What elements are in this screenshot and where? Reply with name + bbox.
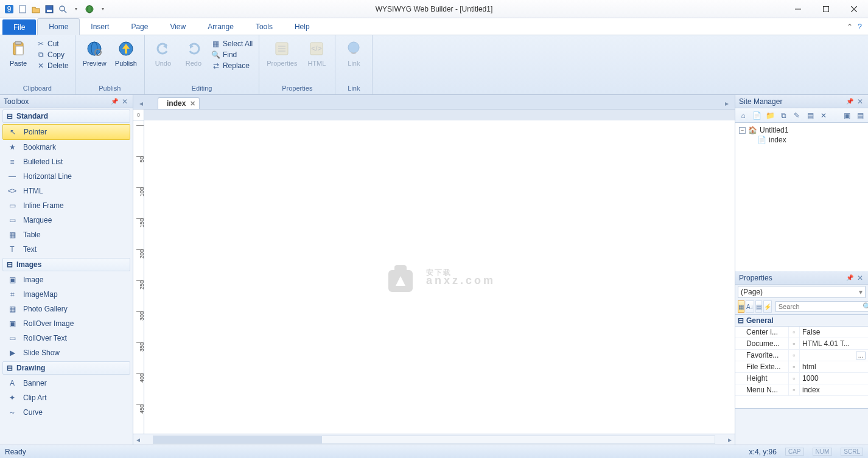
home-icon[interactable]: ⌂ <box>738 110 749 121</box>
categorized-icon[interactable]: ▦ <box>738 300 744 313</box>
canvas[interactable]: 安下载 anxz.com <box>144 120 735 434</box>
browse-button[interactable]: ... <box>856 352 866 359</box>
alphabetical-icon[interactable]: A↓ <box>746 300 754 313</box>
scroll-right-icon[interactable]: ▸ <box>725 435 735 444</box>
events-icon[interactable]: ⚡ <box>763 300 772 313</box>
close-panel-icon[interactable]: ✕ <box>121 97 129 106</box>
move-up-icon[interactable]: ▣ <box>841 110 852 121</box>
publish-button[interactable]: Publish <box>113 38 139 68</box>
prop-row[interactable]: Favorite...▫... <box>735 350 868 361</box>
pin-icon[interactable]: 📌 <box>844 98 856 105</box>
find-button[interactable]: 🔍Find <box>211 50 254 60</box>
properties-search[interactable]: 🔍 <box>775 301 868 312</box>
prop-row[interactable]: Docume...▫HTML 4.01 T... <box>735 338 868 350</box>
ribbon-minimize-icon[interactable]: ⌃ <box>847 23 853 31</box>
edit-icon[interactable]: ✎ <box>791 110 802 121</box>
maximize-button[interactable] <box>812 1 840 18</box>
toolbox-item-curve[interactable]: ～Curve <box>0 405 133 420</box>
pin-icon[interactable]: 📌 <box>108 98 121 105</box>
toolbox-section-standard[interactable]: ⊟Standard <box>2 109 130 123</box>
close-button[interactable] <box>840 1 868 18</box>
tree-page-index[interactable]: 📄 index <box>739 135 864 145</box>
prop-row[interactable]: Menu N...▫index <box>735 384 868 396</box>
tab-page[interactable]: Page <box>120 18 159 35</box>
remove-icon[interactable]: ✕ <box>818 110 829 121</box>
qat-dropdown2-icon[interactable]: ▾ <box>97 4 108 15</box>
toolbox-section-drawing[interactable]: ⊟Drawing <box>2 361 130 375</box>
tab-file[interactable]: File <box>2 19 36 35</box>
toolbox-item-pointer[interactable]: ↖Pointer <box>2 124 130 140</box>
document-tab-index[interactable]: index ✕ <box>158 97 200 109</box>
properties-search-input[interactable] <box>779 303 863 310</box>
toolbox-item-table[interactable]: ▦Table <box>0 227 133 242</box>
prop-row[interactable]: Height▫1000 <box>735 373 868 384</box>
tab-nav-right-icon[interactable]: ▸ <box>723 98 731 109</box>
prop-value[interactable]: html <box>800 361 868 372</box>
minimize-button[interactable] <box>784 1 812 18</box>
close-panel-icon[interactable]: ✕ <box>856 97 864 106</box>
new-icon[interactable] <box>17 4 28 15</box>
properties-button[interactable]: Properties <box>264 38 299 68</box>
save-icon[interactable] <box>44 4 55 15</box>
prop-section-general[interactable]: ⊟ General <box>735 314 868 327</box>
close-panel-icon[interactable]: ✕ <box>856 274 864 282</box>
toolbox-item-imagemap[interactable]: ⌗ImageMap <box>0 287 133 302</box>
toolbox-item-bookmark[interactable]: ★Bookmark <box>0 140 133 154</box>
horizontal-scrollbar[interactable]: ◂ ▸ <box>133 434 735 445</box>
redo-button[interactable]: Redo <box>180 38 207 68</box>
ribbon-help-icon[interactable]: ? <box>858 23 862 31</box>
toolbox-section-images[interactable]: ⊟Images <box>2 258 130 271</box>
tree-root[interactable]: − 🏠 Untitled1 <box>739 125 864 135</box>
tab-insert[interactable]: Insert <box>80 18 120 35</box>
scroll-left-icon[interactable]: ◂ <box>133 435 143 444</box>
move-down-icon[interactable]: ▤ <box>855 110 866 121</box>
toolbox-item-slide-show[interactable]: ▶Slide Show <box>0 345 133 360</box>
toolbox-item-rollover-image[interactable]: ▣RollOver Image <box>0 316 133 331</box>
properties-object-selector[interactable]: (Page) ▾ <box>738 286 866 298</box>
toolbox-item-marquee[interactable]: ▭Marquee <box>0 213 133 227</box>
qat-dropdown-icon[interactable]: ▾ <box>71 4 82 15</box>
undo-button[interactable]: Undo <box>150 38 177 68</box>
tab-view[interactable]: View <box>159 18 197 35</box>
cut-button[interactable]: ✂Cut <box>35 39 70 49</box>
new-folder-icon[interactable]: 📁 <box>765 110 775 121</box>
toolbox-item-banner[interactable]: ABanner <box>0 376 133 390</box>
tab-nav-left-icon[interactable]: ◂ <box>137 98 145 109</box>
paste-button[interactable]: Paste <box>5 38 32 68</box>
prop-value[interactable]: 1000 <box>800 373 868 384</box>
toolbox-item-html[interactable]: <>HTML <box>0 184 133 198</box>
html-button[interactable]: </> HTML <box>303 38 330 68</box>
delete-button[interactable]: ✕Delete <box>35 61 70 71</box>
search-icon[interactable]: 🔍 <box>863 302 868 311</box>
tree-collapse-icon[interactable]: − <box>739 127 746 134</box>
tab-close-icon[interactable]: ✕ <box>190 100 195 108</box>
link-button[interactable]: Link <box>340 38 367 68</box>
copy-button[interactable]: ⧉Copy <box>35 50 70 60</box>
prop-row[interactable]: Center i...▫False <box>735 327 868 338</box>
toolbox-item-photo-gallery[interactable]: ▦Photo Gallery <box>0 302 133 316</box>
toolbox-item-image[interactable]: ▣Image <box>0 272 133 287</box>
page-props-icon[interactable]: ▤ <box>805 110 816 121</box>
tab-home[interactable]: Home <box>37 18 80 35</box>
pin-icon[interactable]: 📌 <box>844 274 856 281</box>
open-icon[interactable] <box>30 4 41 15</box>
prop-value[interactable]: ... <box>800 350 868 361</box>
toolbox-item-bulleted-list[interactable]: ≡Bulleted List <box>0 154 133 169</box>
zoom-icon[interactable] <box>57 4 68 15</box>
prop-value[interactable]: index <box>800 384 868 395</box>
props-page-icon[interactable]: ▤ <box>755 300 762 313</box>
new-page-icon[interactable]: 📄 <box>751 110 762 121</box>
prop-row[interactable]: File Exte...▫html <box>735 361 868 373</box>
scroll-thumb[interactable] <box>153 436 322 443</box>
tab-arrange[interactable]: Arrange <box>197 18 245 35</box>
preview-button[interactable]: Preview <box>80 38 109 68</box>
toolbox-item-text[interactable]: TText <box>0 242 133 257</box>
tab-help[interactable]: Help <box>284 18 321 35</box>
toolbox-item-horizontal-line[interactable]: —Horizontal Line <box>0 169 133 184</box>
prop-value[interactable]: False <box>800 327 868 338</box>
globe-icon[interactable] <box>84 4 95 15</box>
toolbox-item-rollover-text[interactable]: ▭RollOver Text <box>0 331 133 345</box>
prop-value[interactable]: HTML 4.01 T... <box>800 338 868 349</box>
toolbox-item-inline-frame[interactable]: ▭Inline Frame <box>0 198 133 213</box>
toolbox-item-clip-art[interactable]: ✦Clip Art <box>0 390 133 405</box>
